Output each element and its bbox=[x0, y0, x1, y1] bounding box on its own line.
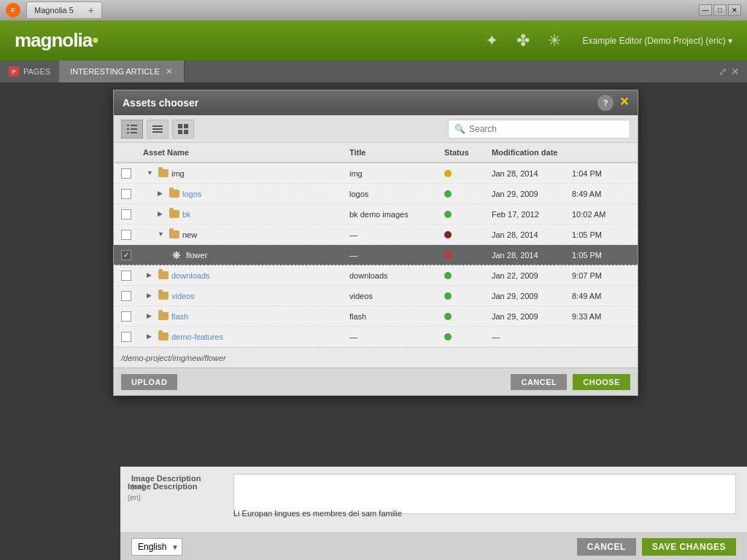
language-selector-wrapper: English ▼ bbox=[131, 538, 182, 556]
table-row[interactable]: ▶ flash flash Jan 29, 2009 9:33 AM bbox=[114, 306, 638, 327]
row-checkbox-img[interactable] bbox=[121, 168, 131, 179]
tab-close-icon[interactable]: ✕ bbox=[166, 66, 173, 77]
row-checkbox-bk[interactable] bbox=[121, 209, 131, 219]
row-checkbox-logos[interactable] bbox=[121, 189, 131, 199]
row-checkbox-new[interactable] bbox=[121, 230, 131, 240]
row-title-flash: flash bbox=[349, 312, 444, 321]
row-name-demo: demo-features bbox=[171, 332, 223, 341]
table-row[interactable]: ▶ bk bk demo images Feb 17, 2012 10:02 A… bbox=[114, 204, 638, 225]
tree-view-button[interactable] bbox=[121, 120, 143, 139]
close-btn[interactable]: ✕ bbox=[728, 4, 741, 16]
selected-path: /demo-project/img/new/flower bbox=[121, 354, 226, 362]
expand-arrow-demo[interactable]: ▶ bbox=[147, 332, 155, 341]
table-row[interactable]: ▼ new — Jan 28, 2014 1:05 PM bbox=[114, 225, 638, 245]
expand-arrow-videos[interactable]: ▶ bbox=[147, 292, 155, 300]
nav-icon-1[interactable]: ✦ bbox=[485, 31, 498, 50]
status-dot-img bbox=[444, 170, 452, 177]
expand-arrow-new[interactable]: ▼ bbox=[158, 230, 166, 239]
bg-image-desc-label: Image Description bbox=[128, 482, 197, 491]
row-checkbox-flash[interactable] bbox=[121, 311, 131, 322]
language-select[interactable]: English bbox=[131, 538, 182, 556]
col-header-title[interactable]: Title bbox=[349, 148, 444, 157]
browser-tab[interactable]: Magnolia 5 + bbox=[26, 1, 102, 19]
table-row[interactable]: ▶ downloads downloads Jan 22, 2009 9:07 … bbox=[114, 265, 638, 286]
col-header-status[interactable]: Status bbox=[444, 148, 492, 157]
row-date-demo: — bbox=[492, 332, 572, 341]
row-title-logos: logos bbox=[349, 190, 444, 198]
col-header-name[interactable]: Asset Name bbox=[143, 148, 349, 157]
new-tab-btn[interactable]: + bbox=[88, 4, 94, 16]
maximize-btn[interactable]: □ bbox=[713, 4, 727, 16]
window-controls: — □ ✕ bbox=[699, 4, 741, 16]
main-area: Image Description (en) English ▼ CANCEL … bbox=[0, 82, 747, 560]
svg-rect-3 bbox=[131, 125, 137, 126]
tab-title: Magnolia 5 bbox=[34, 6, 74, 15]
nav-icon-2[interactable]: ✤ bbox=[516, 31, 530, 50]
row-time-videos: 8:49 AM bbox=[572, 292, 630, 300]
row-time-new: 1:05 PM bbox=[572, 230, 630, 239]
tab-article-label: INTERESTING ARTICLE bbox=[70, 67, 160, 76]
upload-button[interactable]: UPLOAD bbox=[121, 374, 177, 390]
row-checkbox-demo[interactable] bbox=[121, 332, 131, 342]
bg-form-area: Image Description (en) bbox=[120, 467, 747, 532]
tab-interesting-article[interactable]: INTERESTING ARTICLE ✕ bbox=[59, 61, 185, 82]
search-input[interactable] bbox=[469, 124, 624, 134]
expand-icon[interactable]: ⤢ bbox=[719, 66, 727, 77]
save-changes-button[interactable]: SAVE CHANGES bbox=[642, 538, 736, 556]
bg-image-desc-sublabel: (en) bbox=[128, 494, 141, 502]
row-time-downloads: 9:07 PM bbox=[572, 271, 630, 280]
row-checkbox-videos[interactable] bbox=[121, 291, 131, 301]
table-row-flower[interactable]: ✓ ❋ flower — Jan 28, 2014 1:05 PM bbox=[114, 245, 638, 265]
row-time-flash: 9:33 AM bbox=[572, 312, 630, 321]
help-button[interactable]: ? bbox=[597, 95, 614, 111]
choose-button[interactable]: CHOOSE bbox=[573, 374, 630, 390]
status-dot-bk bbox=[444, 211, 452, 218]
row-date-logos: Jan 29, 2009 bbox=[492, 190, 572, 198]
magnolia-header: magnolia• ✦ ✤ ✳ Example Editor (Demo Pro… bbox=[0, 20, 747, 61]
tab-pages[interactable]: P PAGES bbox=[0, 66, 59, 77]
bg-cancel-button[interactable]: CANCEL bbox=[577, 538, 636, 556]
expand-arrow-flash[interactable]: ▶ bbox=[147, 312, 155, 321]
row-time-logos: 8:49 AM bbox=[572, 190, 630, 198]
row-title-videos: videos bbox=[349, 292, 444, 300]
svg-rect-7 bbox=[152, 128, 163, 130]
tree-view-icon bbox=[126, 123, 138, 135]
expand-arrow-bk[interactable]: ▶ bbox=[158, 210, 166, 219]
col-header-date[interactable]: Modification date bbox=[492, 148, 572, 157]
row-name-flash: flash bbox=[171, 312, 188, 321]
table-row[interactable]: ▶ videos videos Jan 29, 2009 8:49 AM bbox=[114, 286, 638, 306]
close-tab-icon[interactable]: ✕ bbox=[731, 66, 740, 77]
cancel-button[interactable]: CANCEL bbox=[511, 374, 567, 390]
table-row[interactable]: ▼ img img Jan 28, 2014 1:04 PM bbox=[114, 163, 638, 184]
minimize-btn[interactable]: — bbox=[699, 4, 712, 16]
folder-icon-logos bbox=[169, 190, 179, 198]
expand-arrow-logos[interactable]: ▶ bbox=[158, 190, 166, 198]
nav-icon-3[interactable]: ✳ bbox=[548, 31, 561, 50]
overlay-close-button[interactable]: ✕ bbox=[619, 95, 629, 111]
table-row[interactable]: ▶ logos logos Jan 29, 2009 8:49 AM bbox=[114, 184, 638, 204]
row-checkbox-downloads[interactable] bbox=[121, 271, 131, 281]
expand-arrow-img[interactable]: ▼ bbox=[147, 169, 155, 178]
list-view-button[interactable] bbox=[147, 120, 169, 139]
status-dot-demo bbox=[444, 333, 452, 341]
bg-image-desc-value: Li Europan lingues es membres del sam fa… bbox=[233, 509, 402, 518]
image-description-textarea[interactable] bbox=[233, 474, 736, 514]
folder-icon-videos bbox=[158, 292, 169, 300]
folder-icon-flash bbox=[158, 312, 169, 320]
svg-rect-5 bbox=[131, 132, 137, 133]
expand-arrow-downloads[interactable]: ▶ bbox=[147, 271, 155, 280]
bg-footer: English ▼ CANCEL SAVE CHANGES bbox=[120, 532, 747, 560]
table-row[interactable]: ▶ demo-features — — bbox=[114, 327, 638, 347]
row-name-flower: flower bbox=[186, 251, 207, 260]
row-checkbox-flower[interactable]: ✓ bbox=[121, 250, 131, 260]
folder-icon-img bbox=[158, 169, 169, 177]
bg-image-desc-row: Image Description (en) bbox=[131, 474, 736, 514]
tab-bar: P PAGES INTERESTING ARTICLE ✕ ⤢ ✕ bbox=[0, 61, 747, 82]
folder-icon-bk bbox=[169, 210, 179, 218]
flower-file-icon: ❋ bbox=[172, 249, 181, 261]
firefox-logo: F bbox=[6, 3, 20, 18]
grid-view-button[interactable] bbox=[172, 120, 194, 139]
row-time-img: 1:04 PM bbox=[572, 169, 630, 178]
row-name-logos: logos bbox=[182, 190, 201, 198]
user-label[interactable]: Example Editor (Demo Project) (eric) ▾ bbox=[583, 36, 732, 46]
